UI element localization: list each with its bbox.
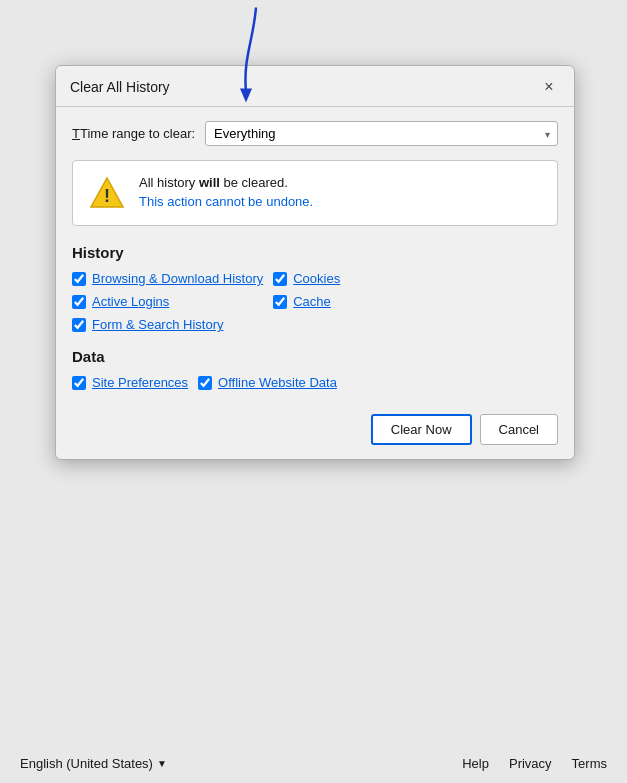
cache-checkbox[interactable]	[273, 295, 287, 309]
offline-data-label: Offline Website Data	[218, 375, 337, 390]
warning-line1: All history will be cleared.	[139, 175, 313, 190]
close-button[interactable]: ×	[538, 76, 560, 98]
form-search-label: Form & Search History	[92, 317, 224, 332]
dialog-body: TTime range to clear: Everything Last Ho…	[56, 107, 574, 459]
warning-text: All history will be cleared. This action…	[139, 175, 313, 209]
list-item[interactable]: Cookies	[273, 271, 340, 286]
privacy-link[interactable]: Privacy	[509, 756, 552, 771]
offline-data-checkbox[interactable]	[198, 376, 212, 390]
warning-line2: This action cannot be undone.	[139, 194, 313, 209]
data-section-header: Data	[72, 348, 558, 365]
active-logins-label: Active Logins	[92, 294, 169, 309]
language-dropdown-icon: ▼	[157, 758, 167, 769]
svg-text:!: !	[104, 186, 110, 206]
terms-link[interactable]: Terms	[572, 756, 607, 771]
history-col1: Browsing & Download History Active Login…	[72, 271, 263, 332]
time-range-row: TTime range to clear: Everything Last Ho…	[72, 121, 558, 146]
data-col2: Offline Website Data	[198, 375, 337, 390]
browsing-history-label: Browsing & Download History	[92, 271, 263, 286]
cache-label: Cache	[293, 294, 331, 309]
data-section: Data Site Preferences Offline Website Da…	[72, 348, 558, 390]
list-item[interactable]: Offline Website Data	[198, 375, 337, 390]
active-logins-checkbox[interactable]	[72, 295, 86, 309]
time-range-label: TTime range to clear:	[72, 126, 195, 141]
dialog-title: Clear All History	[70, 79, 170, 95]
title-bar: Clear All History ×	[56, 66, 574, 107]
list-item[interactable]: Form & Search History	[72, 317, 263, 332]
list-item[interactable]: Cache	[273, 294, 340, 309]
bottom-bar: English (United States) ▼ Help Privacy T…	[0, 756, 627, 771]
data-col1: Site Preferences	[72, 375, 188, 390]
data-checkboxes: Site Preferences Offline Website Data	[72, 375, 558, 390]
form-search-checkbox[interactable]	[72, 318, 86, 332]
language-selector[interactable]: English (United States) ▼	[20, 756, 167, 771]
time-range-select[interactable]: Everything Last Hour Last Two Hours Last…	[205, 121, 558, 146]
clear-now-button[interactable]: Clear Now	[371, 414, 472, 445]
help-link[interactable]: Help	[462, 756, 489, 771]
site-preferences-checkbox[interactable]	[72, 376, 86, 390]
cookies-label: Cookies	[293, 271, 340, 286]
cookies-checkbox[interactable]	[273, 272, 287, 286]
buttons-row: Clear Now Cancel	[72, 410, 558, 445]
cancel-button[interactable]: Cancel	[480, 414, 558, 445]
history-checkboxes: Browsing & Download History Active Login…	[72, 271, 558, 332]
warning-box: ! All history will be cleared. This acti…	[72, 160, 558, 226]
warning-icon: !	[89, 175, 125, 211]
history-section: History Browsing & Download History Acti…	[72, 244, 558, 332]
site-preferences-label: Site Preferences	[92, 375, 188, 390]
bottom-links: Help Privacy Terms	[462, 756, 607, 771]
list-item[interactable]: Site Preferences	[72, 375, 188, 390]
history-section-header: History	[72, 244, 558, 261]
language-label: English (United States)	[20, 756, 153, 771]
time-range-select-wrapper: Everything Last Hour Last Two Hours Last…	[205, 121, 558, 146]
list-item[interactable]: Active Logins	[72, 294, 263, 309]
browsing-history-checkbox[interactable]	[72, 272, 86, 286]
clear-history-dialog: Clear All History × TTime range to clear…	[55, 65, 575, 460]
history-col2: Cookies Cache	[273, 271, 340, 332]
list-item[interactable]: Browsing & Download History	[72, 271, 263, 286]
